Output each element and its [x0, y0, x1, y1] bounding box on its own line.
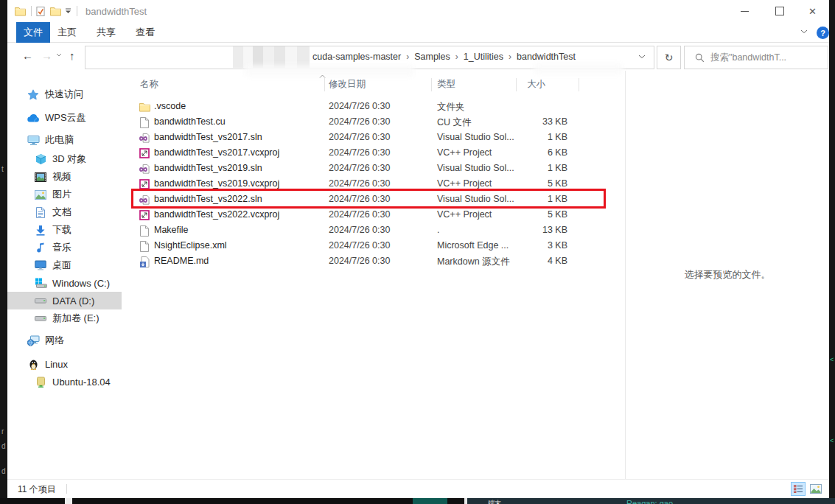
sidebar-item-windows-c-[interactable]: Windows (C:) — [7, 274, 122, 292]
search-placeholder: 搜索"bandwidthT... — [710, 52, 786, 64]
sidebar-item-wps-[interactable]: WPS云盘 — [7, 109, 122, 127]
file-icon — [139, 225, 150, 237]
column-divider[interactable] — [516, 78, 517, 91]
breadcrumb-separator-icon[interactable]: › — [401, 52, 414, 62]
minimize-button[interactable] — [728, 0, 761, 22]
ribbon-tab-bar: 文件主页共享查看 ? — [7, 22, 829, 43]
file-size: 4 KB — [516, 256, 567, 266]
sidebar-item-label: 此电脑 — [45, 133, 74, 147]
help-button[interactable]: ? — [817, 27, 829, 39]
column-header-size[interactable]: 大小 — [527, 78, 545, 91]
qat-customize-button[interactable] — [65, 5, 71, 17]
sidebar-item-label: 下载 — [52, 223, 71, 237]
file-row-bandwidthtest_vs2017.vcxproj[interactable]: bandwidthTest_vs2017.vcxproj 2024/7/26 0… — [122, 145, 625, 161]
column-divider[interactable] — [579, 78, 579, 91]
maximize-button[interactable] — [763, 0, 796, 22]
file-type: 文件夹 — [437, 101, 465, 113]
details-view-button[interactable] — [791, 482, 806, 496]
sidebar-item--[interactable]: 网络 — [7, 332, 122, 349]
address-dropdown-icon[interactable] — [638, 55, 646, 59]
sidebar-item-data-d-[interactable]: DATA (D:) — [7, 292, 122, 309]
file-type: CU 文件 — [437, 116, 472, 129]
sidebar-item--e-[interactable]: 新加卷 (E:) — [7, 309, 122, 327]
status-bar: 11 个项目 — [7, 479, 829, 498]
back-button[interactable]: ← — [22, 47, 33, 65]
cloud-icon — [27, 113, 40, 122]
sidebar-item-label: Ubuntu-18.04 — [52, 377, 111, 388]
qat-new-folder-button[interactable] — [50, 5, 61, 17]
breadcrumb-separator-icon[interactable]: › — [450, 52, 464, 62]
column-header-date[interactable]: 修改日期 — [329, 78, 366, 91]
ribbon-tab-file[interactable]: 文件 — [16, 22, 50, 43]
navigation-pane: 快速访问 WPS云盘 此电脑 3D 对象 视频 图片 文档 下载 音乐 桌面 W… — [7, 71, 122, 479]
sidebar-item-ubuntu-18-04[interactable]: Ubuntu-18.04 — [7, 373, 122, 391]
refresh-button[interactable]: ↻ — [657, 46, 681, 69]
sidebar-item--[interactable]: 桌面 — [7, 256, 122, 274]
breadcrumb-item[interactable]: 1_Utilities — [464, 52, 503, 62]
qat-divider — [31, 6, 32, 16]
star-icon — [27, 89, 40, 100]
file-name: bandwidthTest_vs2019.vcxproj — [154, 178, 279, 189]
file-row-bandwidthtest_vs2017.sln[interactable]: bandwidthTest_vs2017.sln 2024/7/26 0:30 … — [122, 130, 625, 145]
minimize-icon — [741, 11, 749, 12]
file-name: README.md — [154, 256, 209, 266]
collapse-ribbon-icon[interactable] — [800, 29, 808, 34]
sidebar-item--[interactable]: 文档 — [7, 203, 122, 221]
file-name: bandwidthTest.cu — [154, 116, 226, 127]
forward-button[interactable]: → — [41, 47, 52, 65]
ribbon-tab-home[interactable]: 主页 — [50, 22, 84, 43]
qat-properties-button[interactable] — [36, 5, 45, 17]
file-row-makefile[interactable]: Makefile 2024/7/26 0:30 . 13 KB — [122, 223, 625, 238]
column-divider[interactable] — [431, 78, 432, 91]
qat-folder-button[interactable] — [15, 5, 26, 17]
sidebar-item-label: 桌面 — [52, 259, 71, 272]
status-divider — [66, 484, 67, 494]
title-bar: bandwidthTest ✕ — [7, 0, 829, 22]
window-title: bandwidthTest — [85, 6, 147, 17]
file-size: 1 KB — [516, 163, 567, 173]
file-type: VC++ Project — [437, 178, 492, 189]
file-date: 2024/7/26 0:30 — [329, 178, 390, 189]
file-row-.vscode[interactable]: .vscode 2024/7/26 0:30 文件夹 — [122, 99, 625, 114]
ribbon-tab-view[interactable]: 查看 — [128, 22, 162, 43]
refresh-icon: ↻ — [665, 52, 674, 63]
thumbnail-view-button[interactable] — [808, 482, 823, 496]
sidebar-item-3d-[interactable]: 3D 对象 — [7, 150, 122, 168]
sidebar-item-linux[interactable]: Linux — [7, 355, 122, 373]
drive-icon — [34, 298, 47, 304]
qat-dropdown-icon — [65, 8, 71, 14]
bottom-strip-divider — [65, 498, 72, 504]
up-button[interactable]: ↑ — [69, 47, 75, 65]
column-divider[interactable] — [324, 78, 325, 91]
maximize-icon — [775, 7, 784, 15]
breadcrumb-item[interactable]: bandwidthTest — [517, 52, 576, 62]
file-row-readme.md[interactable]: README.md 2024/7/26 0:30 Markdown 源文件 4 … — [122, 253, 625, 269]
file-row-bandwidthtest.cu[interactable]: bandwidthTest.cu 2024/7/26 0:30 CU 文件 33… — [122, 114, 625, 130]
file-row-bandwidthtest_vs2019.sln[interactable]: bandwidthTest_vs2019.sln 2024/7/26 0:30 … — [122, 161, 625, 176]
file-type: Microsoft Edge ... — [437, 240, 509, 251]
details-view-icon — [794, 485, 803, 493]
file-type: Visual Studio Sol... — [437, 132, 514, 142]
sidebar-item--[interactable]: 图片 — [7, 186, 122, 203]
sidebar-item--[interactable]: 快速访问 — [7, 85, 122, 103]
sidebar-item--[interactable]: 视频 — [7, 168, 122, 186]
sidebar-item--[interactable]: 下载 — [7, 221, 122, 239]
file-date: 2024/7/26 0:30 — [329, 240, 390, 251]
properties-check-icon — [36, 6, 45, 17]
screen: trdd << 端末 Reagan: gao bandwidthTest ✕ 文… — [0, 0, 835, 504]
breadcrumb-item[interactable]: cuda-samples-master — [312, 52, 401, 62]
column-header-type[interactable]: 类型 — [437, 78, 455, 91]
sidebar-item-label: 图片 — [52, 188, 71, 201]
recent-locations-icon[interactable] — [56, 53, 62, 57]
search-box[interactable]: 搜索"bandwidthT... — [684, 46, 828, 69]
ribbon-tab-share[interactable]: 共享 — [89, 22, 123, 43]
close-button[interactable]: ✕ — [796, 0, 829, 22]
breadcrumb-item[interactable]: Samples — [414, 52, 450, 62]
background-text-left: 端末 — [488, 498, 517, 504]
file-row-nsighteclipse.xml[interactable]: NsightEclipse.xml 2024/7/26 0:30 Microso… — [122, 238, 625, 253]
column-header-name[interactable]: 名称 — [140, 78, 158, 91]
breadcrumb-separator-icon[interactable]: › — [503, 52, 517, 62]
sidebar-item--[interactable]: 此电脑 — [7, 131, 122, 149]
sidebar-item--[interactable]: 音乐 — [7, 239, 122, 256]
file-row-bandwidthtest_vs2022.vcxproj[interactable]: bandwidthTest_vs2022.vcxproj 2024/7/26 0… — [122, 207, 625, 223]
